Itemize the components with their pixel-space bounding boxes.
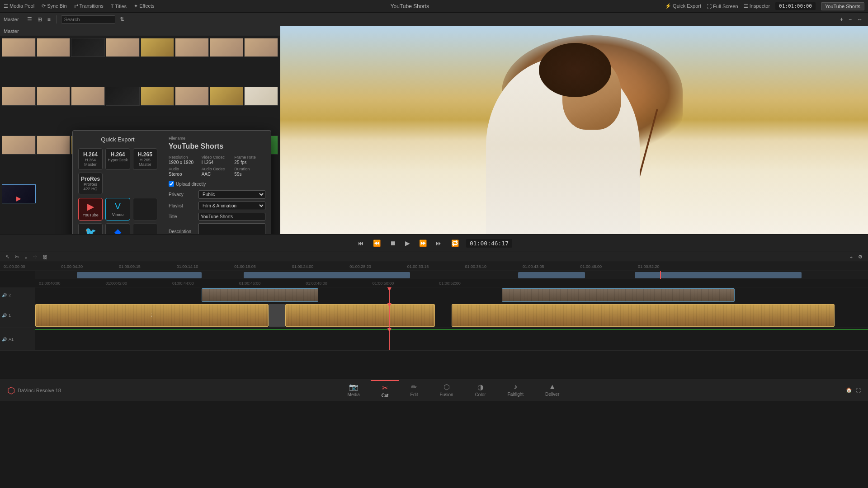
inspector-btn[interactable]: ☰ Inspector [744, 3, 770, 9]
nav-color-label: Color [475, 392, 486, 397]
service-dropbox[interactable]: ◆ Dropbox [105, 223, 130, 234]
tl-link-toggle[interactable]: ⛓ [41, 253, 49, 261]
panel-titles[interactable]: T Titles [111, 4, 127, 9]
track-label-v1: 🔊 1 [0, 303, 35, 328]
audio-clip[interactable] [35, 329, 868, 330]
youtube-shorts-clip[interactable]: ▶ YouTube Shorts [2, 184, 36, 203]
list-item[interactable]: B002_09338165_A... [210, 38, 244, 57]
list-item[interactable]: B002_09338165_A... [2, 38, 36, 57]
toolbar-zoom-in[interactable]: + [838, 15, 845, 23]
track-label-a1: 🔊 A1 [0, 328, 35, 350]
track-clip[interactable] [285, 304, 435, 327]
vimeo-icon: V [108, 201, 127, 211]
rewind-btn[interactable]: ⏪ [371, 238, 382, 249]
tl-blade-tool[interactable]: ⬦ [23, 253, 29, 261]
video-codec-label: Video Codec [202, 155, 233, 160]
privacy-select[interactable]: Public Private Unlisted [198, 190, 265, 199]
stop-btn[interactable]: ⏹ [388, 238, 398, 249]
list-item[interactable]: B002_09338165_A... [37, 87, 71, 106]
fusion-icon: ⬡ [443, 383, 450, 391]
list-item[interactable]: B002_09338165_C... [2, 136, 36, 155]
description-textarea[interactable] [198, 223, 265, 234]
service-empty-2 [133, 223, 157, 234]
sort-btn[interactable]: ⇅ [118, 15, 126, 23]
list-item[interactable]: B002_09338165_A... [106, 87, 140, 106]
service-youtube[interactable]: ▶ YouTube [78, 198, 103, 221]
track-clip[interactable] [502, 288, 735, 302]
list-item[interactable]: B002_09338165_A... [71, 38, 105, 57]
nav-color[interactable]: ◑ Color [464, 380, 497, 401]
list-item[interactable]: B002_09338165_A... [244, 38, 278, 57]
qe-info-grid: Resolution 1920 x 1920 Video Codec H.264… [169, 155, 265, 177]
panel-effects[interactable]: ✦ Effects [134, 3, 154, 9]
bottom-bar: ⬡ DaVinci Resolve 18 📷 Media ✂ Cut ✏ Edi… [0, 379, 868, 401]
toolbar-zoom-out[interactable]: − [847, 15, 854, 23]
panel-media-pool[interactable]: ☰ Media Pool [4, 3, 34, 9]
nav-deliver-label: Deliver [545, 392, 559, 397]
service-twitter[interactable]: 🐦 Twitter [78, 223, 103, 234]
prev-frame-btn[interactable]: ⏮ [356, 238, 366, 249]
toolbar-detail-view[interactable]: ≡ [46, 15, 52, 23]
nav-media[interactable]: 📷 Media [337, 380, 371, 401]
toolbar-list-view[interactable]: ☰ [25, 15, 34, 23]
toolbar-grid-view[interactable]: ⊞ [36, 15, 44, 23]
track-content-v1[interactable]: ⋮ [35, 303, 868, 328]
tl-add-track[interactable]: + [848, 253, 854, 261]
tl-snap-toggle[interactable]: ⊹ [31, 253, 39, 261]
preset-h264-master[interactable]: H.264 H.264 Master [78, 148, 103, 170]
list-item[interactable]: B002_09338165_A... [37, 38, 71, 57]
track-clip[interactable]: ⋮ [35, 304, 269, 327]
nav-edit[interactable]: ✏ Edit [399, 380, 429, 401]
tl-select-tool[interactable]: ↖ [4, 253, 11, 261]
track-clip[interactable] [452, 304, 835, 327]
timecode-display: 01:01:00:00 [775, 2, 816, 10]
list-item[interactable]: B002_09338165_C... [175, 87, 209, 106]
list-item[interactable]: B002_09338165_A... [71, 87, 105, 106]
track-content-v2[interactable] [35, 287, 868, 303]
playhead [389, 303, 390, 328]
qe-title: Quick Export [78, 136, 157, 143]
play-forward-btn[interactable]: ⏩ [417, 238, 429, 249]
upload-directly-checkbox[interactable] [169, 181, 174, 187]
list-item[interactable]: B002_09338165_A... [106, 38, 140, 57]
nav-cut[interactable]: ✂ Cut [371, 380, 400, 401]
list-item[interactable]: B002_09338165_C... [244, 87, 278, 106]
master-label: Master [4, 17, 19, 22]
preset-h264-hyperdeck[interactable]: H.264 HyperDeck [105, 148, 130, 170]
tl-cut-tool[interactable]: ✄ [13, 253, 21, 261]
title-input[interactable] [198, 213, 265, 221]
nav-deliver[interactable]: ▲ Deliver [534, 380, 570, 401]
preset-h265-master[interactable]: H.265 H.265 Master [133, 148, 157, 170]
quick-export-btn[interactable]: ⚡ Quick Export [665, 3, 701, 9]
panel-sync-bin[interactable]: ⟳ Sync Bin [42, 3, 66, 9]
home-btn[interactable]: 🏠 [846, 387, 852, 393]
project-dropdown[interactable]: YouTube Shorts [821, 2, 864, 10]
audio-value: Stereo [169, 172, 182, 177]
timeline-tools: ↖ ✄ ⬦ ⊹ ⛓ [4, 253, 49, 261]
full-screen-btn[interactable]: ⛶ Full Screen [707, 4, 738, 9]
list-item[interactable]: B002_09338165_A... [141, 38, 175, 57]
list-item[interactable]: B002_09338165_A... [2, 87, 36, 106]
qe-filename-label: Filename [169, 136, 265, 141]
next-frame-btn[interactable]: ⏭ [434, 238, 444, 249]
fullscreen-btn[interactable]: ⛶ [856, 388, 861, 393]
list-item[interactable]: B002_09338165_A... [141, 87, 175, 106]
preset-prores[interactable]: ProRes ProRes 422 HQ [78, 173, 103, 194]
timecode-display: 01:00:46:17 [466, 239, 512, 248]
tl-settings[interactable]: ⚙ [856, 253, 864, 261]
list-item[interactable]: B002_09338165_A... [175, 38, 209, 57]
track-content-a1[interactable] [35, 328, 868, 350]
list-item[interactable]: B002_09338165_C... [210, 87, 244, 106]
play-btn[interactable]: ▶ [403, 238, 412, 249]
search-input[interactable] [61, 15, 115, 23]
toolbar-fit[interactable]: ↔ [855, 15, 864, 23]
list-item[interactable]: B002_09338165_C... [37, 136, 71, 155]
service-vimeo[interactable]: V Vimeo [105, 198, 130, 221]
nav-fairlight[interactable]: ♪ Fairlight [497, 380, 535, 401]
panel-transitions[interactable]: ⇄ Transitions [74, 3, 104, 9]
loop-btn[interactable]: 🔁 [449, 238, 461, 249]
playlist-select[interactable]: Film & Animation [198, 202, 265, 210]
track-clip[interactable] [202, 288, 318, 302]
resolution-value: 1920 x 1920 [169, 160, 193, 165]
nav-fusion[interactable]: ⬡ Fusion [429, 380, 464, 401]
